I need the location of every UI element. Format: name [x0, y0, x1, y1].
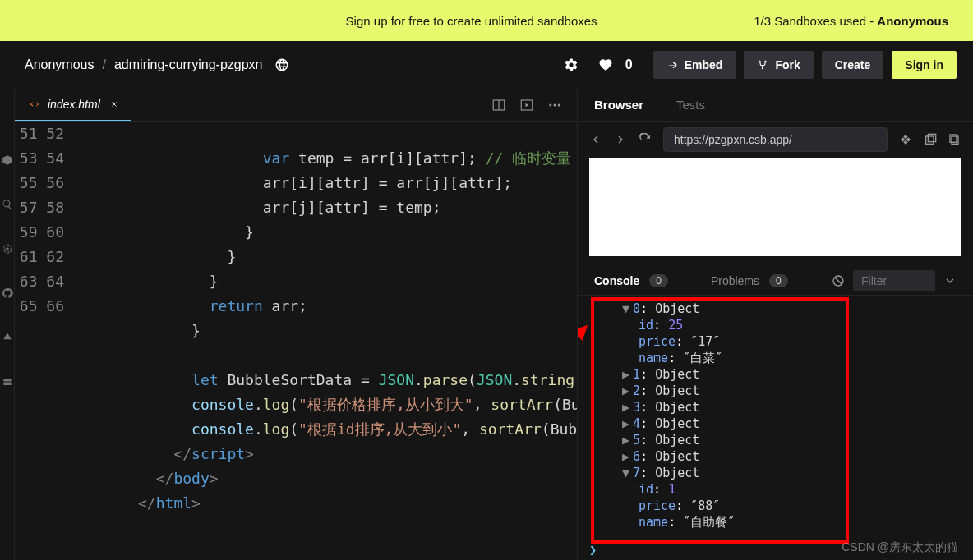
clear-console-icon[interactable] — [832, 274, 845, 287]
structure-icon[interactable] — [899, 133, 912, 146]
more-icon[interactable] — [547, 98, 562, 112]
heart-icon[interactable] — [598, 57, 613, 72]
console-object-row[interactable]: 3: Object — [589, 399, 961, 415]
code-editor[interactable]: 51 52 53 54 55 56 57 58 59 60 61 62 63 6… — [15, 122, 577, 560]
svg-line-14 — [835, 278, 842, 284]
url-bar — [578, 122, 973, 158]
svg-point-7 — [554, 103, 556, 106]
nav-forward-icon[interactable] — [614, 133, 627, 146]
code-content[interactable]: var temp = arr[i][attr]; // 临时变量 arr[i][… — [85, 122, 577, 560]
svg-rect-1 — [3, 379, 11, 382]
preview-column: Browser Tests Console 0 Problems 0 — [577, 89, 973, 560]
banner-usage: 1/3 Sandboxes used - Anonymous — [754, 14, 948, 28]
console-count-badge: 0 — [649, 274, 668, 287]
fork-button[interactable]: Fork — [744, 51, 813, 79]
svg-rect-2 — [3, 383, 11, 386]
svg-rect-9 — [926, 136, 934, 144]
console-object-row[interactable]: 5: Object — [589, 432, 961, 448]
line-gutter: 51 52 53 54 55 56 57 58 59 60 61 62 63 6… — [15, 122, 85, 560]
preview-tabs: Browser Tests — [578, 89, 973, 122]
activity-bar — [0, 89, 15, 560]
settings-icon[interactable] — [2, 243, 13, 255]
breadcrumb-separator: / — [103, 57, 106, 72]
filter-input[interactable] — [853, 270, 935, 291]
header-bar: Anonymous / admiring-currying-pzgpxn 0 E… — [0, 41, 973, 89]
copy-icon[interactable] — [948, 133, 961, 146]
html-file-icon — [28, 98, 41, 111]
like-count: 0 — [625, 57, 633, 72]
promo-banner: Sign up for free to create unlimited san… — [0, 0, 973, 41]
console-tab-bar: Console 0 Problems 0 — [578, 266, 973, 296]
signin-button[interactable]: Sign in — [892, 51, 957, 79]
create-button[interactable]: Create — [822, 51, 884, 79]
svg-point-8 — [558, 103, 560, 106]
banner-signup-text[interactable]: Sign up for free to create unlimited san… — [25, 14, 754, 28]
breadcrumb: Anonymous / admiring-currying-pzgpxn — [25, 57, 289, 72]
watermark: CSDN @房东太太的猫 — [842, 540, 958, 555]
problems-count-badge: 0 — [769, 274, 788, 287]
globe-icon — [274, 57, 289, 72]
preview-frame[interactable] — [589, 158, 961, 256]
embed-button[interactable]: Embed — [653, 51, 736, 79]
preview-icon[interactable] — [519, 98, 534, 112]
tab-browser[interactable]: Browser — [594, 98, 643, 112]
github-icon[interactable] — [2, 287, 13, 299]
svg-point-6 — [549, 103, 551, 106]
console-object-row[interactable]: 2: Object — [589, 383, 961, 399]
svg-rect-10 — [928, 134, 935, 141]
breadcrumb-project[interactable]: admiring-currying-pzgpxn — [114, 57, 263, 72]
server-icon[interactable] — [2, 376, 13, 388]
new-window-icon[interactable] — [924, 133, 937, 146]
editor-column: index.html 51 52 53 54 55 56 57 58 59 60… — [15, 89, 577, 560]
sandbox-icon[interactable] — [2, 154, 13, 166]
main-area: index.html 51 52 53 54 55 56 57 58 59 60… — [0, 89, 973, 560]
editor-tab-bar: index.html — [15, 89, 577, 122]
split-icon[interactable] — [491, 98, 506, 112]
console-object-row[interactable]: 4: Object — [589, 415, 961, 432]
console-output[interactable]: 0: Objectid: 25price: 17name: 白菜1: Objec… — [578, 296, 973, 560]
tab-console[interactable]: Console — [594, 274, 639, 287]
search-icon[interactable] — [2, 199, 13, 210]
deploy-icon[interactable] — [2, 332, 13, 343]
breadcrumb-user[interactable]: Anonymous — [25, 57, 95, 72]
tab-index-html[interactable]: index.html — [15, 89, 131, 121]
reload-icon[interactable] — [639, 133, 652, 146]
nav-back-icon[interactable] — [589, 133, 602, 146]
chevron-down-icon[interactable] — [943, 274, 957, 287]
arrow-right-icon — [666, 59, 678, 71]
tab-problems[interactable]: Problems — [711, 274, 759, 287]
editor-toolbar — [491, 98, 577, 112]
gear-icon[interactable] — [564, 57, 579, 72]
url-input[interactable] — [663, 127, 888, 152]
close-icon[interactable] — [110, 100, 118, 108]
svg-line-15 — [578, 327, 586, 373]
svg-point-0 — [6, 247, 9, 250]
console-object-row[interactable]: 1: Object — [589, 366, 961, 383]
fork-icon — [757, 59, 768, 71]
tab-label: index.html — [48, 98, 100, 111]
console-object-row[interactable]: 7: Objectid: 1price: 88name: 自助餐 — [589, 465, 961, 530]
console-object-row[interactable]: 0: Objectid: 25price: 17name: 白菜 — [589, 301, 961, 366]
tab-tests[interactable]: Tests — [676, 98, 705, 112]
console-object-row[interactable]: 6: Object — [589, 448, 961, 465]
